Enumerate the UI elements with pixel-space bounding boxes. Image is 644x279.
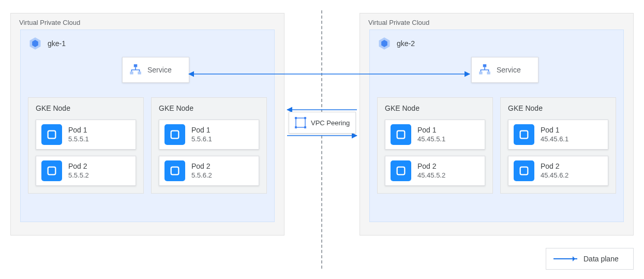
pod-ip: 5.5.5.1 — [68, 135, 89, 143]
network-boundary-divider — [321, 10, 322, 269]
pod-card: Pod 2 45.45.6.2 — [508, 156, 608, 186]
svg-rect-13 — [487, 71, 490, 74]
cluster-header-left: gke-1 — [28, 36, 267, 51]
diagram-canvas: Virtual Private Cloud gke-1 Service — [0, 0, 644, 279]
pod-card: Pod 2 5.5.5.2 — [36, 156, 136, 186]
legend-arrow-icon — [553, 258, 577, 259]
gke-cluster-right: gke-2 Service GKE Node — [369, 30, 624, 222]
pod-ip: 45.45.5.1 — [417, 135, 445, 143]
gke-node: GKE Node Pod 1 45.45.5.1 — [377, 97, 493, 194]
svg-rect-18 — [296, 118, 305, 127]
service-icon — [129, 63, 142, 77]
cluster-name-left: gke-1 — [48, 39, 66, 48]
pod-ip: 45.45.6.2 — [541, 171, 568, 180]
gke-node: GKE Node Pod 1 5.5.6.1 — [151, 97, 267, 194]
svg-rect-16 — [520, 131, 528, 139]
svg-rect-8 — [171, 167, 179, 175]
vpc-left-title: Virtual Private Cloud — [11, 13, 284, 30]
pod-name: Pod 1 — [417, 126, 445, 135]
node-title: GKE Node — [385, 104, 485, 112]
svg-rect-12 — [479, 71, 483, 74]
svg-rect-22 — [304, 126, 306, 128]
pod-ip: 5.5.6.1 — [191, 135, 212, 143]
pod-name: Pod 2 — [191, 162, 212, 171]
pod-icon — [164, 124, 185, 145]
pod-card: Pod 1 45.45.6.1 — [508, 120, 608, 150]
svg-rect-7 — [171, 131, 179, 139]
pod-card: Pod 2 45.45.5.2 — [385, 156, 485, 186]
svg-rect-19 — [295, 117, 297, 119]
pod-icon — [41, 160, 62, 181]
nodes-row-left: GKE Node Pod 1 5.5.5.1 — [28, 97, 267, 194]
pod-ip: 5.5.5.2 — [68, 171, 89, 180]
pod-card: Pod 1 45.45.5.1 — [385, 120, 485, 150]
pod-ip: 5.5.6.2 — [191, 171, 212, 180]
legend-label: Data plane — [583, 255, 619, 263]
service-label-right: Service — [497, 66, 521, 74]
pod-name: Pod 1 — [191, 126, 212, 135]
pod-ip: 45.45.5.2 — [417, 171, 445, 180]
gke-node: GKE Node Pod 1 45.45.6.1 — [500, 97, 616, 194]
pod-icon — [41, 124, 62, 145]
pod-card: Pod 2 5.5.6.2 — [159, 156, 259, 186]
pod-name: Pod 2 — [68, 162, 89, 171]
svg-rect-11 — [483, 64, 487, 67]
svg-rect-21 — [295, 126, 297, 128]
service-card-right: Service — [471, 57, 538, 83]
nodes-row-right: GKE Node Pod 1 45.45.5.1 — [377, 97, 616, 194]
service-icon — [478, 63, 491, 77]
vpc-right: Virtual Private Cloud gke-2 Service — [360, 13, 634, 236]
pod-icon — [514, 160, 534, 181]
vpc-right-title: Virtual Private Cloud — [360, 13, 633, 30]
vpc-left: Virtual Private Cloud gke-1 Service — [10, 13, 284, 236]
gke-node: GKE Node Pod 1 5.5.5.1 — [28, 97, 144, 194]
pod-card: Pod 1 5.5.6.1 — [159, 120, 259, 150]
node-title: GKE Node — [508, 104, 608, 112]
pod-icon — [514, 124, 534, 145]
pod-icon — [164, 160, 185, 181]
vpc-peering-label: VPC Peering — [311, 119, 350, 127]
pod-name: Pod 1 — [541, 126, 568, 135]
vpc-peering-card: VPC Peering — [289, 112, 356, 134]
node-title: GKE Node — [159, 104, 259, 112]
gke-icon — [377, 36, 392, 51]
svg-rect-2 — [134, 64, 138, 67]
pod-name: Pod 2 — [417, 162, 445, 171]
svg-rect-5 — [48, 131, 56, 139]
svg-rect-15 — [397, 167, 405, 175]
svg-rect-4 — [138, 71, 141, 74]
service-label-left: Service — [147, 66, 172, 74]
service-card-left: Service — [122, 57, 189, 83]
pod-card: Pod 1 5.5.5.1 — [36, 120, 136, 150]
cluster-header-right: gke-2 — [377, 36, 616, 51]
gke-cluster-left: gke-1 Service GKE Node — [20, 30, 275, 222]
vpc-peering-icon — [294, 116, 307, 129]
svg-rect-3 — [130, 71, 133, 74]
legend: Data plane — [546, 248, 634, 270]
svg-rect-6 — [48, 167, 56, 175]
pod-name: Pod 2 — [541, 162, 568, 171]
pod-icon — [391, 124, 411, 145]
svg-rect-20 — [304, 117, 306, 119]
node-title: GKE Node — [36, 104, 136, 112]
pod-name: Pod 1 — [68, 126, 89, 135]
svg-rect-17 — [520, 167, 528, 175]
gke-icon — [28, 36, 42, 51]
pod-ip: 45.45.6.1 — [541, 135, 568, 143]
pod-icon — [391, 160, 411, 181]
cluster-name-right: gke-2 — [397, 39, 415, 48]
svg-rect-14 — [397, 131, 405, 139]
